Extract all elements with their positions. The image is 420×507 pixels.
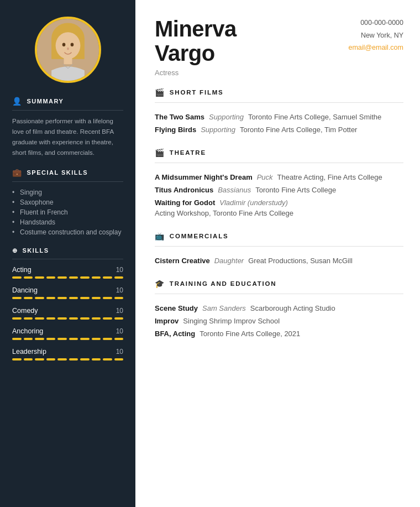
- dot: [92, 276, 101, 279]
- table-row: The Two Sams Supporting Toronto Fine Art…: [155, 111, 403, 123]
- entry-title: A Midsummer Night's Dream: [155, 173, 253, 181]
- theatre-section: 🎬 Theatre A Midsummer Night's Dream Puck…: [155, 148, 403, 219]
- briefcase-icon: 💼: [12, 168, 23, 177]
- summary-title: 👤 Summary: [12, 97, 123, 111]
- table-row: Waiting for Godot Vladimir (understudy) …: [155, 196, 403, 219]
- svg-point-4: [62, 43, 65, 46]
- skill-dots: [12, 338, 123, 340]
- skill-score: 10: [116, 348, 123, 356]
- dot: [114, 276, 124, 279]
- list-item: Saxophone: [12, 197, 123, 207]
- table-row: Cistern Creative Daughter Great Producti…: [155, 254, 403, 267]
- dot: [46, 358, 56, 360]
- commercial-icon: 📺: [155, 232, 165, 241]
- full-name: Minerva Vargo: [155, 17, 237, 65]
- entry-detail: Theatre Acting, Fine Arts College: [277, 173, 382, 181]
- phone: 000-000-0000: [348, 17, 403, 29]
- skills-title: ⊕ Skills: [12, 247, 123, 259]
- summary-section: 👤 Summary Passionate performer with a li…: [0, 97, 135, 158]
- sidebar: 👤 Summary Passionate performer with a li…: [0, 0, 135, 507]
- training-section: 🎓 Training and Education Scene Study Sam…: [155, 279, 403, 340]
- person-icon: 👤: [12, 97, 23, 106]
- dot: [57, 297, 67, 299]
- dot: [114, 297, 124, 299]
- entry-title: Scene Study: [155, 304, 198, 312]
- name-block: Minerva Vargo Actress: [155, 17, 237, 77]
- dot: [92, 358, 101, 360]
- entry-title: BFA, Acting: [155, 330, 195, 338]
- dot: [46, 297, 56, 299]
- dot: [57, 338, 67, 340]
- list-item: Costume construction and cosplay: [12, 227, 123, 237]
- skill-comedy: Comedy 10: [12, 307, 123, 320]
- dot: [24, 317, 33, 320]
- dot: [69, 317, 78, 320]
- dot: [69, 358, 78, 360]
- theatre-icon: 🎬: [155, 148, 165, 157]
- dot: [80, 358, 90, 360]
- skill-score: 10: [116, 286, 123, 294]
- skill-dancing: Dancing 10: [12, 286, 123, 299]
- table-row: A Midsummer Night's Dream Puck Theatre A…: [155, 171, 403, 184]
- table-row: Improv Singing Shrimp Improv School: [155, 315, 403, 327]
- short-films-title: 🎬 Short Films: [155, 88, 403, 97]
- dot: [46, 317, 56, 320]
- entry-detail: Singing Shrimp Improv School: [183, 317, 280, 325]
- dot: [35, 317, 44, 320]
- entry-role: Daughter: [214, 257, 244, 265]
- dot: [57, 358, 67, 360]
- skill-dots: [12, 317, 123, 320]
- dot: [103, 358, 112, 360]
- entry-detail: Scarborough Acting Studio: [250, 304, 335, 312]
- dot: [35, 338, 44, 340]
- main-content: Minerva Vargo Actress 000-000-0000 New Y…: [135, 0, 420, 507]
- divider: [155, 163, 403, 163]
- skill-name: Leadership: [12, 348, 46, 356]
- special-skills-list: Singing Saxophone Fluent in French Hands…: [12, 187, 123, 237]
- skill-name: Acting: [12, 266, 32, 274]
- dot: [80, 317, 90, 320]
- entry-detail: Great Productions, Susan McGill: [248, 257, 353, 265]
- table-row: Titus Andronicus Bassianus Toronto Fine …: [155, 184, 403, 196]
- entry-role: Vladimir (understudy): [219, 198, 288, 207]
- film-icon: 🎬: [155, 88, 165, 97]
- dot: [57, 317, 67, 320]
- skill-dots: [12, 358, 123, 360]
- email: email@email.com: [348, 41, 403, 54]
- entry-title: The Two Sams: [155, 113, 204, 121]
- summary-text: Passionate performer with a lifelong lov…: [12, 116, 123, 158]
- divider: [155, 294, 403, 294]
- divider: [155, 246, 403, 247]
- list-item: Handstands: [12, 217, 123, 227]
- entry-title: Improv: [155, 317, 179, 325]
- entry-role: Sam Sanders: [202, 304, 246, 312]
- dot: [12, 358, 22, 360]
- dot: [12, 317, 22, 320]
- entry-detail: Acting Workshop, Toronto Fine Arts Colle…: [155, 209, 293, 217]
- dot: [12, 276, 22, 279]
- dot: [12, 297, 22, 299]
- dot: [57, 276, 67, 279]
- dot: [92, 297, 101, 299]
- list-item: Fluent in French: [12, 207, 123, 217]
- dot: [92, 338, 101, 340]
- dot: [69, 297, 78, 299]
- dot: [80, 276, 90, 279]
- svg-point-3: [55, 32, 80, 59]
- entry-role: Bassianus: [218, 186, 251, 194]
- dot: [80, 297, 90, 299]
- special-skills-title: 💼 Special Skills: [12, 168, 123, 182]
- dot: [80, 338, 90, 340]
- skill-score: 10: [116, 307, 123, 315]
- table-row: Flying Birds Supporting Toronto Fine Art…: [155, 123, 403, 136]
- commercials-title: 📺 Commercials: [155, 232, 403, 241]
- dot: [114, 317, 124, 320]
- dot: [103, 276, 112, 279]
- dot: [35, 276, 44, 279]
- skill-name: Anchoring: [12, 327, 43, 335]
- avatar-container: [0, 0, 135, 97]
- training-title: 🎓 Training and Education: [155, 279, 403, 288]
- skill-dots: [12, 297, 123, 299]
- entry-detail: Toronto Fine Arts College: [255, 186, 336, 194]
- svg-point-5: [70, 43, 74, 46]
